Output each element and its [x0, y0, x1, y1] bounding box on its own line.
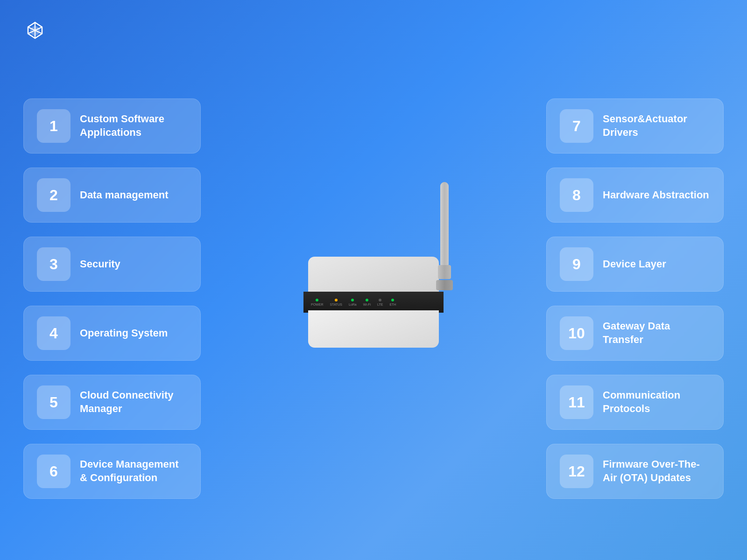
card-number-11: 11	[560, 385, 593, 419]
logo-area	[23, 19, 51, 42]
status-power: POWER	[311, 299, 323, 306]
card-label-11: Communication Protocols	[603, 389, 710, 415]
antenna-rod	[440, 182, 449, 266]
status-label: STATUS	[330, 303, 342, 306]
card-number-2: 2	[37, 178, 70, 212]
status-status: STATUS	[330, 299, 342, 306]
lora-label: LoRa	[349, 303, 357, 306]
card-label-4: Operating System	[80, 327, 168, 340]
status-eth: ETH	[389, 299, 396, 306]
webbylab-logo-icon	[23, 19, 47, 42]
card-number-9: 9	[560, 247, 593, 281]
main-content: 1 Custom Software Applications 2 Data ma…	[23, 75, 724, 523]
card-label-10: Gateway Data Transfer	[603, 320, 710, 346]
eth-dot	[391, 299, 394, 301]
wifi-dot	[366, 299, 368, 301]
left-card-4: 4 Operating System	[23, 306, 201, 361]
left-column: 1 Custom Software Applications 2 Data ma…	[23, 98, 201, 499]
power-dot	[316, 299, 318, 301]
right-card-8: 8 Hardware Abstraction	[546, 168, 724, 223]
status-lte: LTE	[377, 299, 383, 306]
card-label-12: Firmware Over-The-Air (OTA) Updates	[603, 458, 710, 484]
lora-dot	[351, 299, 354, 301]
power-label: POWER	[311, 303, 323, 306]
card-label-1: Custom Software Applications	[80, 112, 187, 139]
card-label-5: Cloud Connectivity Manager	[80, 389, 187, 415]
card-number-5: 5	[37, 385, 70, 419]
device-illustration: POWER STATUS LoRa Wi-Fi	[285, 201, 462, 397]
eth-label: ETH	[389, 303, 396, 306]
device-top	[308, 257, 439, 294]
device-bottom	[308, 310, 439, 348]
card-label-3: Security	[80, 258, 120, 271]
device-body: POWER STATUS LoRa Wi-Fi	[303, 257, 444, 341]
antenna	[436, 182, 453, 290]
right-column: 7 Sensor&Actuator Drivers 8 Hardware Abs…	[546, 98, 724, 499]
right-card-10: 10 Gateway Data Transfer	[546, 306, 724, 361]
card-label-9: Device Layer	[603, 258, 666, 271]
right-card-9: 9 Device Layer	[546, 237, 724, 292]
card-number-1: 1	[37, 109, 70, 143]
right-card-7: 7 Sensor&Actuator Drivers	[546, 98, 724, 154]
card-number-12: 12	[560, 455, 593, 488]
card-number-4: 4	[37, 316, 70, 350]
card-number-3: 3	[37, 247, 70, 281]
card-label-6: Device Management & Configuration	[80, 458, 187, 484]
card-number-10: 10	[560, 316, 593, 350]
lte-label: LTE	[377, 303, 383, 306]
status-lora: LoRa	[349, 299, 357, 306]
left-card-1: 1 Custom Software Applications	[23, 98, 201, 154]
left-card-3: 3 Security	[23, 237, 201, 292]
card-number-8: 8	[560, 178, 593, 212]
status-dot	[335, 299, 338, 301]
card-number-7: 7	[560, 109, 593, 143]
left-card-5: 5 Cloud Connectivity Manager	[23, 375, 201, 430]
card-number-6: 6	[37, 455, 70, 488]
right-card-11: 11 Communication Protocols	[546, 375, 724, 430]
card-label-7: Sensor&Actuator Drivers	[603, 112, 710, 139]
lte-dot	[379, 299, 381, 301]
antenna-base	[438, 265, 451, 279]
wifi-label: Wi-Fi	[363, 303, 371, 306]
status-wifi: Wi-Fi	[363, 299, 371, 306]
card-label-2: Data management	[80, 189, 169, 202]
antenna-connector	[436, 280, 453, 290]
left-card-6: 6 Device Management & Configuration	[23, 444, 201, 499]
card-label-8: Hardware Abstraction	[603, 189, 709, 202]
device-middle: POWER STATUS LoRa Wi-Fi	[303, 292, 444, 313]
left-card-2: 2 Data management	[23, 168, 201, 223]
right-card-12: 12 Firmware Over-The-Air (OTA) Updates	[546, 444, 724, 499]
center-device: POWER STATUS LoRa Wi-Fi	[201, 201, 546, 397]
